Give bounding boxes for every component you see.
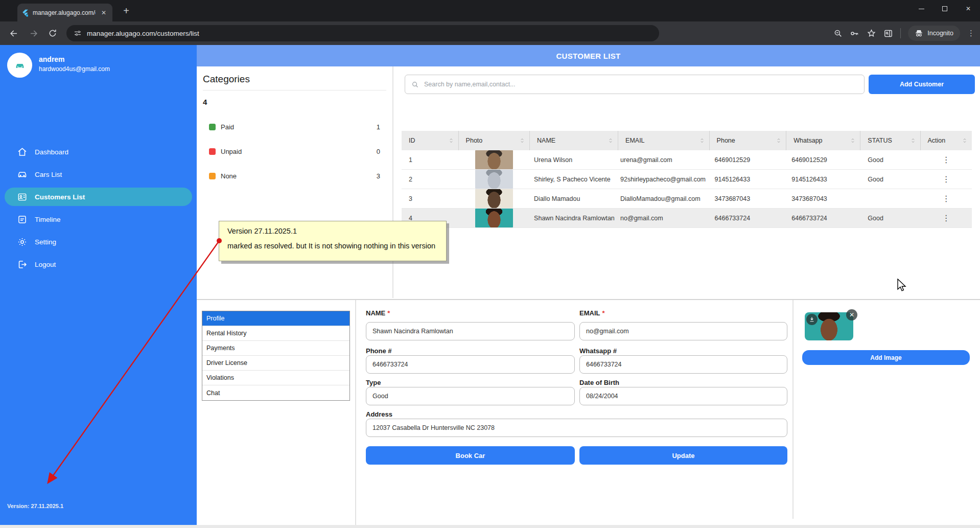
column-header-phone[interactable]: Phone: [710, 131, 787, 150]
categories-total: 4: [203, 98, 386, 106]
cell-name: Diallo Mamadou: [530, 189, 618, 208]
email-label: EMAIL*: [579, 309, 605, 317]
sort-icon[interactable]: [776, 137, 782, 144]
window-minimize-button[interactable]: [909, 0, 933, 17]
row-actions-menu-icon[interactable]: ⋮: [942, 195, 950, 203]
remove-image-icon[interactable]: ✕: [846, 309, 857, 320]
cell-name: Shawn Nacindra Ramlowtan: [530, 209, 618, 227]
update-button[interactable]: Update: [579, 446, 787, 465]
cell-photo[interactable]: [459, 170, 530, 189]
row-actions-menu-icon[interactable]: ⋮: [942, 175, 950, 183]
sort-icon[interactable]: [448, 137, 454, 144]
bottom-scrollbar-track[interactable]: [0, 525, 980, 528]
row-actions-menu-icon[interactable]: ⋮: [942, 214, 950, 222]
sidebar-item-customers-list[interactable]: Customers List: [5, 188, 192, 206]
cell-id: 1: [402, 150, 459, 169]
sidebar-item-cars-list[interactable]: Cars List: [5, 165, 192, 183]
column-header-status[interactable]: STATUS: [860, 131, 920, 150]
reload-button[interactable]: [44, 25, 61, 42]
url-bar[interactable]: manager.alugago.com/customers/list: [66, 25, 659, 41]
window-close-button[interactable]: ✕: [956, 0, 980, 17]
tab-close-icon[interactable]: ✕: [99, 8, 108, 17]
browser-tab[interactable]: manager.alugago.com/custome ✕: [17, 4, 112, 21]
category-item-unpaid[interactable]: Unpaid 0: [203, 148, 386, 155]
sidebar-item-logout[interactable]: Logout: [5, 255, 192, 273]
cell-whatsapp: 6469012529: [786, 150, 860, 169]
table-row-selected[interactable]: 4 Shawn Nacindra Ramlowtan no@gmail.com …: [402, 209, 972, 228]
sort-icon[interactable]: [962, 137, 968, 144]
add-customer-button[interactable]: Add Customer: [869, 75, 975, 94]
customer-photo[interactable]: [475, 189, 513, 208]
table-row[interactable]: 3 Diallo Mamadou DialloMamadou@gmail.com…: [402, 189, 972, 209]
browser-menu-icon[interactable]: ⋮: [967, 29, 975, 38]
sort-icon[interactable]: [910, 137, 916, 144]
dob-label: Date of Birth: [579, 379, 619, 386]
column-header-email[interactable]: EMAIL: [618, 131, 710, 150]
sidebar-item-timeline[interactable]: Timeline: [5, 210, 192, 228]
address-field[interactable]: [366, 419, 787, 437]
column-header-id[interactable]: ID: [402, 131, 459, 150]
sort-icon[interactable]: [850, 137, 856, 144]
zoom-icon[interactable]: [833, 29, 843, 38]
side-panel-icon[interactable]: [883, 29, 893, 38]
tab-violations[interactable]: Violations: [202, 371, 349, 385]
avatar[interactable]: [7, 53, 32, 78]
customer-photo[interactable]: [475, 150, 513, 169]
download-image-icon[interactable]: [806, 314, 818, 325]
new-tab-button[interactable]: +: [120, 4, 133, 17]
phone-field[interactable]: [366, 355, 575, 374]
search-box[interactable]: [405, 75, 865, 94]
customer-photo[interactable]: [475, 170, 513, 189]
customer-image-thumbnail[interactable]: ✕: [805, 312, 853, 340]
tab-profile[interactable]: Profile: [202, 311, 349, 326]
add-image-button[interactable]: Add Image: [802, 350, 970, 365]
cell-photo[interactable]: [459, 150, 530, 169]
customers-icon: [17, 192, 28, 202]
tab-driver-license[interactable]: Driver License: [202, 356, 349, 371]
book-car-button[interactable]: Book Car: [366, 446, 575, 465]
column-header-photo[interactable]: Photo: [459, 131, 530, 150]
search-input[interactable]: [424, 81, 858, 88]
table-row[interactable]: 2 Shirley, S Pacheco Vicente 92shirleypa…: [402, 170, 972, 189]
bookmark-star-icon[interactable]: [867, 29, 876, 38]
cell-email: DialloMamadou@gmail.com: [618, 189, 710, 208]
sidebar-item-dashboard[interactable]: Dashboard: [5, 143, 192, 161]
cell-photo[interactable]: [459, 209, 530, 227]
password-key-icon[interactable]: [850, 29, 859, 38]
required-asterisk: *: [387, 309, 390, 317]
column-header-name[interactable]: NAME: [530, 131, 618, 150]
name-field[interactable]: [366, 322, 575, 340]
browser-window: manager.alugago.com/custome ✕ + ✕ manage…: [0, 0, 980, 528]
tab-chat[interactable]: Chat: [202, 385, 349, 400]
type-field[interactable]: [366, 387, 575, 405]
url-text[interactable]: manager.alugago.com/customers/list: [87, 30, 199, 37]
cell-id: 3: [402, 189, 459, 208]
cell-photo[interactable]: [459, 189, 530, 208]
cell-name: Shirley, S Pacheco Vicente: [530, 170, 618, 189]
tab-rental-history[interactable]: Rental History: [202, 326, 349, 341]
user-email: hardwood4us@gmail.com: [39, 65, 110, 73]
unpaid-color-swatch: [209, 148, 216, 155]
cell-name: Urena Wilson: [530, 150, 618, 169]
site-settings-icon[interactable]: [74, 29, 82, 37]
tab-payments[interactable]: Payments: [202, 341, 349, 356]
customer-photo[interactable]: [475, 209, 513, 227]
category-item-paid[interactable]: Paid 1: [203, 123, 386, 131]
sidebar-item-setting[interactable]: Setting: [5, 233, 192, 251]
back-button[interactable]: [5, 25, 22, 42]
row-actions-menu-icon[interactable]: ⋮: [942, 156, 950, 164]
forward-button[interactable]: [25, 25, 42, 42]
dob-field[interactable]: [579, 387, 787, 405]
column-header-whatsapp[interactable]: Whatsapp: [786, 131, 860, 150]
sort-icon[interactable]: [608, 137, 614, 144]
column-header-action[interactable]: Action: [921, 131, 972, 150]
gear-icon: [17, 237, 28, 247]
table-row[interactable]: 1 Urena Wilson urena@gmail.com 646901252…: [402, 150, 972, 170]
email-field[interactable]: [579, 322, 787, 340]
sort-icon[interactable]: [699, 137, 705, 144]
annotation-note: Version 27.11.2025.1 marked as resolved.…: [219, 221, 447, 261]
whatsapp-field[interactable]: [579, 355, 787, 374]
sort-icon[interactable]: [519, 137, 525, 144]
category-item-none[interactable]: None 3: [203, 172, 386, 180]
window-maximize-button[interactable]: [933, 0, 956, 17]
